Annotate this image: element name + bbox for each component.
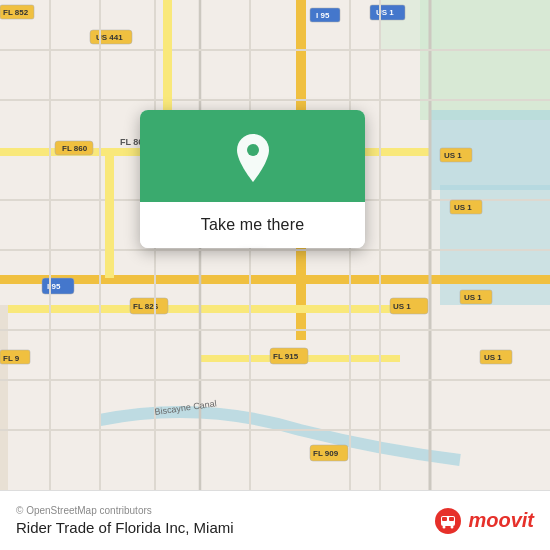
svg-text:US 1: US 1: [376, 8, 394, 17]
svg-point-65: [443, 525, 446, 528]
svg-text:US 1: US 1: [464, 293, 482, 302]
svg-rect-64: [449, 517, 454, 521]
take-me-there-button[interactable]: Take me there: [201, 216, 304, 234]
svg-text:US 1: US 1: [393, 302, 411, 311]
svg-text:FL 852: FL 852: [3, 8, 29, 17]
location-pin-icon: [231, 132, 275, 184]
bottom-bar: © OpenStreetMap contributors Rider Trade…: [0, 490, 550, 550]
svg-rect-63: [442, 517, 447, 521]
svg-point-66: [451, 525, 454, 528]
svg-rect-16: [0, 275, 550, 284]
moovit-text: moovit: [468, 509, 534, 532]
svg-rect-17: [0, 305, 420, 313]
moovit-logo[interactable]: moovit: [434, 507, 534, 535]
popup-card: Take me there: [140, 110, 365, 248]
map-container[interactable]: FL 860 FL 860 US 441 I 95 US 1 FL 826 US…: [0, 0, 550, 490]
svg-text:FL 909: FL 909: [313, 449, 339, 458]
svg-rect-27: [0, 305, 8, 490]
svg-text:US 1: US 1: [454, 203, 472, 212]
popup-green-area: [140, 110, 365, 202]
bottom-left: © OpenStreetMap contributors Rider Trade…: [16, 505, 234, 536]
svg-text:I 95: I 95: [316, 11, 330, 20]
svg-point-60: [247, 144, 259, 156]
svg-text:FL 9: FL 9: [3, 354, 20, 363]
svg-text:US 1: US 1: [484, 353, 502, 362]
moovit-bus-icon: [434, 507, 462, 535]
svg-text:US 1: US 1: [444, 151, 462, 160]
copyright-text: © OpenStreetMap contributors: [16, 505, 234, 516]
popup-button-area[interactable]: Take me there: [140, 202, 365, 248]
svg-rect-48: [105, 148, 114, 278]
location-name: Rider Trade of Florida Inc, Miami: [16, 519, 234, 536]
svg-text:FL 915: FL 915: [273, 352, 299, 361]
svg-text:FL 860: FL 860: [62, 144, 88, 153]
